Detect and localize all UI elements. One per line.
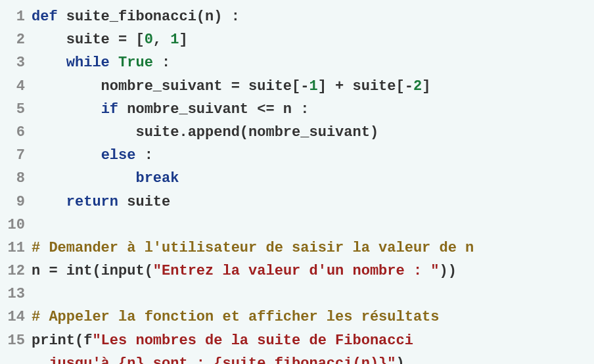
token-str: jusqu'à {n} sont : {suite_fibonacci(n)}" bbox=[32, 355, 396, 364]
token-ident: n bbox=[32, 263, 49, 279]
code-line: jusqu'à {n} sont : {suite_fibonacci(n)}"… bbox=[0, 352, 594, 364]
code-content: n = int(input("Entrez la valeur d'un nom… bbox=[32, 260, 457, 283]
token-paren: ] bbox=[179, 32, 187, 48]
token-num: 0 bbox=[145, 32, 153, 48]
token-ident bbox=[127, 32, 135, 48]
line-number: 15 bbox=[0, 329, 32, 352]
line-number: 14 bbox=[0, 306, 32, 329]
line-number: 8 bbox=[0, 167, 32, 190]
code-line: 13 bbox=[0, 283, 594, 306]
token-paren: ( bbox=[75, 332, 83, 349]
token-op: : bbox=[300, 101, 309, 118]
token-ident: nombre_suivant bbox=[32, 78, 231, 95]
line-number: 12 bbox=[0, 260, 32, 283]
token-paren: )) bbox=[440, 263, 457, 279]
line-number: 4 bbox=[0, 75, 32, 98]
code-line: 5 if nombre_suivant <= n : bbox=[0, 98, 594, 121]
token-kw: while bbox=[66, 55, 110, 71]
code-line: 7 else : bbox=[0, 144, 594, 167]
token-ident: print bbox=[32, 332, 75, 349]
token-ident: input bbox=[101, 263, 145, 279]
line-number: 13 bbox=[0, 283, 32, 306]
line-number: 6 bbox=[0, 121, 32, 144]
code-content: nombre_suivant = suite[-1] + suite[-2] bbox=[32, 75, 430, 98]
line-number: 5 bbox=[0, 98, 32, 121]
code-line: 11# Demander à l'utilisateur de saisir l… bbox=[0, 237, 594, 260]
code-content: print(f"Les nombres de la suite de Fibon… bbox=[32, 329, 413, 352]
token-op: : bbox=[135, 147, 152, 164]
line-number: 10 bbox=[0, 214, 32, 237]
code-content: # Appeler la fonction et afficher les ré… bbox=[32, 306, 440, 329]
code-line: 15print(f"Les nombres de la suite de Fib… bbox=[0, 329, 594, 352]
code-line: 4 nombre_suivant = suite[-1] + suite[-2] bbox=[0, 75, 594, 98]
token-ident: n bbox=[275, 101, 301, 118]
token-ident: suite bbox=[353, 78, 396, 95]
token-kw: break bbox=[135, 170, 179, 187]
token-ident: n bbox=[205, 9, 214, 25]
token-ident bbox=[32, 55, 66, 71]
token-kw: if bbox=[101, 101, 118, 118]
token-paren: ( bbox=[145, 263, 153, 279]
code-content: suite.append(nombre_suivant) bbox=[32, 121, 378, 144]
token-kw: else bbox=[101, 147, 136, 164]
code-line: 12n = int(input("Entrez la valeur d'un n… bbox=[0, 260, 594, 283]
code-line: 3 while True : bbox=[0, 51, 594, 74]
token-op: : bbox=[222, 9, 239, 25]
line-number: 3 bbox=[0, 51, 32, 74]
token-ident bbox=[32, 170, 135, 187]
token-paren: ] bbox=[422, 78, 430, 95]
token-op: , bbox=[153, 32, 170, 48]
code-content: while True : bbox=[32, 51, 170, 74]
token-paren: ) bbox=[370, 124, 378, 141]
token-paren: [ bbox=[292, 78, 300, 95]
token-op: = bbox=[118, 32, 127, 48]
token-ident: nombre_suivant bbox=[248, 124, 370, 141]
token-num: 1 bbox=[170, 32, 179, 48]
code-content: # Demander à l'utilisateur de saisir la … bbox=[32, 237, 474, 260]
code-content: else : bbox=[32, 144, 153, 167]
token-kw: def bbox=[32, 9, 58, 25]
token-paren: ) bbox=[396, 355, 405, 364]
code-content: suite = [0, 1] bbox=[32, 28, 188, 51]
token-ident: suite bbox=[240, 78, 292, 95]
token-op: + bbox=[327, 78, 353, 95]
token-ident: suite_fibonacci bbox=[58, 9, 196, 25]
token-ident bbox=[32, 147, 101, 164]
line-number: 7 bbox=[0, 144, 32, 167]
code-line: 14# Appeler la fonction et afficher les … bbox=[0, 306, 594, 329]
token-paren: [ bbox=[396, 78, 405, 95]
token-ident bbox=[32, 101, 101, 118]
token-ident bbox=[110, 55, 118, 71]
token-op: <= bbox=[257, 101, 274, 118]
token-bool: True bbox=[118, 55, 153, 71]
line-number: 9 bbox=[0, 191, 32, 214]
code-line: 2 suite = [0, 1] bbox=[0, 28, 594, 51]
token-op: - bbox=[300, 78, 309, 95]
token-paren: ) bbox=[214, 9, 222, 25]
token-paren: [ bbox=[135, 32, 144, 48]
code-content: if nombre_suivant <= n : bbox=[32, 98, 309, 121]
token-ident: f bbox=[83, 332, 92, 349]
code-line: 1def suite_fibonacci(n) : bbox=[0, 5, 594, 28]
code-content: return suite bbox=[32, 191, 170, 214]
code-line: 10 bbox=[0, 214, 594, 237]
code-line: 6 suite.append(nombre_suivant) bbox=[0, 121, 594, 144]
token-comment: # Demander à l'utilisateur de saisir la … bbox=[32, 240, 474, 256]
code-line: 9 return suite bbox=[0, 191, 594, 214]
token-op: - bbox=[405, 78, 413, 95]
token-paren: ( bbox=[92, 263, 101, 279]
token-ident: int bbox=[58, 263, 93, 279]
code-line: 8 break bbox=[0, 167, 594, 190]
token-paren: ( bbox=[240, 124, 248, 141]
line-number: 1 bbox=[0, 5, 32, 28]
code-content: jusqu'à {n} sont : {suite_fibonacci(n)}"… bbox=[32, 352, 405, 364]
token-str: "Les nombres de la suite de Fibonacci bbox=[92, 332, 413, 349]
token-num: 2 bbox=[413, 78, 422, 95]
token-ident: suite bbox=[32, 32, 118, 48]
code-content: def suite_fibonacci(n) : bbox=[32, 5, 240, 28]
token-ident: suite bbox=[118, 194, 170, 210]
token-op: = bbox=[49, 263, 57, 279]
token-str: "Entrez la valeur d'un nombre : " bbox=[153, 263, 440, 279]
line-number: 11 bbox=[0, 237, 32, 260]
token-comment: # Appeler la fonction et afficher les ré… bbox=[32, 309, 440, 325]
